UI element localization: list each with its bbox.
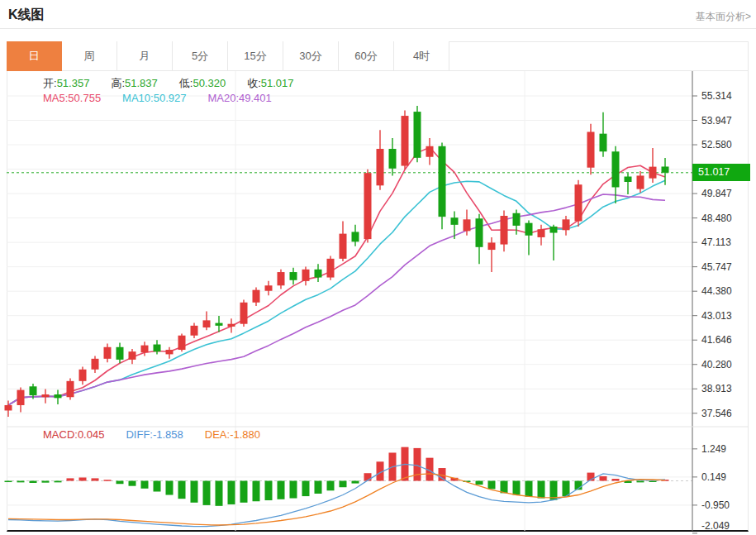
price-tick-label: 37.546 [701, 408, 732, 419]
info-value: 50.927 [154, 92, 187, 104]
info-value: -1.880 [230, 428, 260, 441]
tab-7[interactable]: 4时 [394, 41, 449, 71]
timeframe-tabs: 日周月5分15分30分60分4时 [7, 41, 449, 71]
info-item: MACD:0.045 [43, 428, 104, 441]
info-value: 51.357 [57, 77, 90, 89]
info-value: 50.320 [193, 77, 226, 89]
info-item: MA5:50.755 [43, 92, 101, 104]
info-label: MA20: [207, 92, 239, 104]
info-item: DIFF:-1.858 [126, 428, 183, 441]
price-tick-label: 41.646 [701, 334, 732, 346]
tab-4[interactable]: 15分 [228, 41, 283, 71]
info-value: -1.858 [153, 428, 183, 441]
info-item: 低:50.320 [179, 77, 226, 89]
ohlc-info-row: 开:51.357高:51.837低:50.320收:51.017 [43, 76, 316, 91]
info-label: 高: [111, 77, 125, 89]
ma-lines-layer [8, 147, 665, 405]
info-value: 50.755 [68, 92, 101, 104]
info-value: 51.837 [125, 77, 158, 89]
macd-lines-layer [8, 464, 665, 526]
info-label: 开: [43, 77, 57, 89]
macd-tick-label: -2.049 [701, 520, 730, 532]
info-label: MA5: [43, 92, 68, 104]
price-tick-label: 48.480 [701, 213, 732, 224]
price-tick-label: 55.314 [701, 90, 732, 102]
price-tick-label: 53.947 [701, 115, 732, 127]
info-item: 收:51.017 [247, 77, 293, 89]
info-label: DIFF: [126, 428, 153, 441]
info-label: DEA: [205, 428, 230, 441]
info-value: 0.045 [78, 428, 105, 441]
current-price-badge: 51.017 [692, 164, 750, 181]
kline-page: { "header": { "title": "K线图", "link": "基… [0, 0, 756, 535]
price-tick-label: 38.913 [701, 383, 732, 394]
tab-2[interactable]: 月 [117, 41, 173, 71]
price-tick-label: 47.113 [701, 236, 731, 248]
tab-3[interactable]: 5分 [173, 41, 228, 71]
info-item: 开:51.357 [43, 77, 89, 89]
tab-0[interactable]: 日 [7, 41, 62, 71]
info-value: 51.017 [261, 77, 294, 89]
info-label: MA10: [122, 92, 154, 104]
tab-5[interactable]: 30分 [283, 41, 339, 71]
info-item: DEA:-1.880 [205, 428, 260, 441]
info-value: 49.401 [239, 92, 272, 104]
macd-tick-label: -0.950 [701, 499, 730, 511]
info-label: 低: [179, 77, 193, 89]
price-tick-label: 40.280 [701, 359, 732, 370]
price-tick-label: 45.747 [701, 261, 732, 273]
macd-info-row: MACD:0.045DIFF:-1.858DEA:-1.880 [43, 428, 282, 441]
info-item: MA20:49.401 [207, 92, 271, 104]
info-label: MACD: [43, 428, 78, 441]
tab-6[interactable]: 60分 [339, 41, 394, 71]
info-label: 收: [247, 77, 261, 89]
macd-tick-label: 1.249 [701, 443, 726, 455]
price-tick-label: 44.380 [701, 285, 732, 297]
price-tick-label: 43.013 [701, 310, 732, 322]
price-tick-label: 52.580 [701, 139, 732, 150]
info-item: MA10:50.927 [122, 92, 186, 104]
macd-tick-label: 0.149 [701, 471, 726, 483]
price-tick-label: 49.847 [701, 188, 732, 199]
candlestick-layer [5, 106, 669, 417]
ma-info-row: MA5:50.755MA10:50.927MA20:49.401 [43, 92, 293, 104]
tab-1[interactable]: 周 [62, 41, 117, 71]
info-item: 高:51.837 [111, 77, 157, 89]
